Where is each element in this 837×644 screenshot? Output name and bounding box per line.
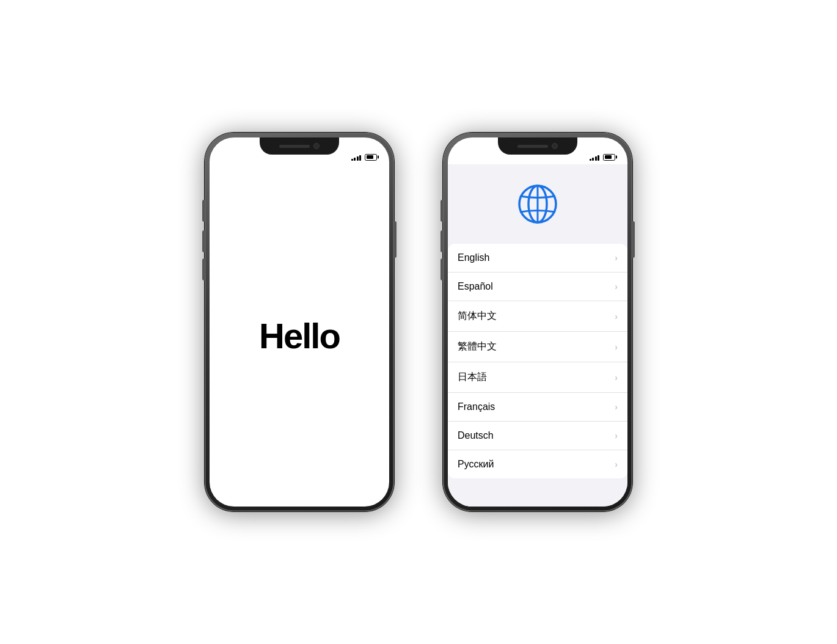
chevron-english: › [615,253,618,263]
lang-item-english[interactable]: English › [448,244,627,273]
lang-label-english: English [458,252,489,263]
lang-item-simplified-chinese[interactable]: 简体中文 › [448,301,627,332]
chevron-german: › [615,431,618,441]
hello-label: Hello [259,315,340,356]
signal-bar-1b [590,159,591,161]
status-icons-2 [590,153,616,161]
chevron-french: › [615,402,618,412]
lang-label-espanol: Español [458,281,493,292]
signal-bar-3b [595,156,597,161]
front-camera-2 [552,143,558,149]
battery-fill [367,155,374,159]
signal-icon-2 [590,153,600,161]
language-phone-screen: English › Español › 简体中文 › 繁體中文 › [448,137,627,507]
chevron-simplified-chinese: › [615,312,618,321]
language-phone: English › Español › 简体中文 › 繁體中文 › [443,133,632,511]
lang-label-traditional-chinese: 繁體中文 [458,340,497,353]
chevron-traditional-chinese: › [615,342,618,352]
lang-item-german[interactable]: Deutsch › [448,422,627,450]
notch-2 [498,137,577,155]
lang-item-japanese[interactable]: 日本語 › [448,362,627,393]
signal-bar-4b [598,155,599,161]
status-icons [351,153,378,161]
signal-bar-1 [351,159,353,161]
signal-bar-2 [354,158,356,161]
language-screen-content: English › Español › 简体中文 › 繁體中文 › [448,164,627,507]
language-selection-screen: English › Español › 简体中文 › 繁體中文 › [448,164,627,507]
signal-bar-2b [592,158,594,161]
hello-screen-content: Hello [210,164,389,507]
speaker [279,145,310,148]
chevron-japanese: › [615,373,618,382]
lang-item-french[interactable]: Français › [448,393,627,422]
signal-icon [351,153,362,161]
chevron-espanol: › [615,282,618,291]
hello-phone: Hello [205,133,394,511]
lang-label-german: Deutsch [458,430,494,441]
front-camera [313,143,320,149]
notch [260,137,339,155]
lang-label-russian: Русский [458,459,494,470]
battery-icon-2 [603,154,615,161]
lang-label-french: Français [458,401,495,412]
globe-icon [516,183,559,225]
speaker-2 [517,145,548,148]
lang-item-espanol[interactable]: Español › [448,273,627,301]
language-list: English › Español › 简体中文 › 繁體中文 › [448,244,627,478]
battery-icon [365,154,377,161]
lang-label-japanese: 日本語 [458,371,487,384]
signal-bar-4 [359,155,361,161]
chevron-russian: › [615,459,618,469]
battery-fill-2 [605,155,612,159]
lang-label-simplified-chinese: 简体中文 [458,310,497,323]
signal-bar-3 [357,156,359,161]
lang-item-russian[interactable]: Русский › [448,450,627,478]
hello-phone-screen: Hello [210,137,389,507]
lang-item-traditional-chinese[interactable]: 繁體中文 › [448,332,627,362]
